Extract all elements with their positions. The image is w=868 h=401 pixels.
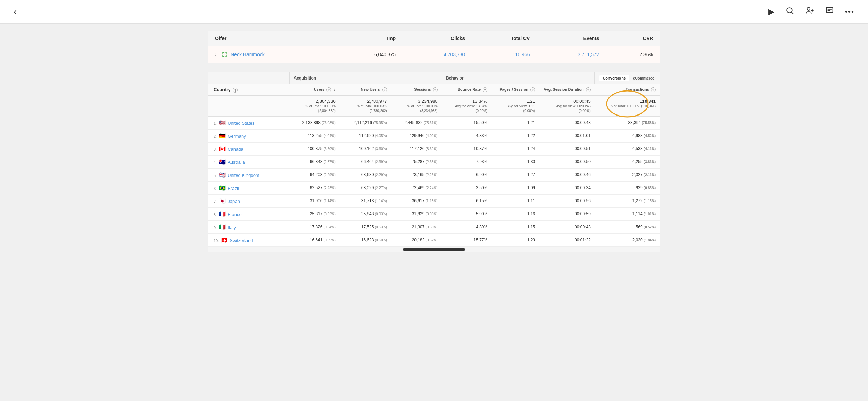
pages-session-cell: 1.21 [492, 116, 539, 129]
users-cell: 100,875 (3.60%) [289, 142, 340, 155]
sessions-sub-header: Sessions ? [391, 84, 442, 96]
totals-sessions-cell: 3,234,988 % of Total: 100.00% (3,234,988… [391, 96, 442, 117]
play-icon[interactable]: ▶ [768, 7, 774, 16]
offer-name-label[interactable]: Neck Hammock [231, 52, 265, 57]
flag-icon: 🇩🇪 [219, 133, 226, 139]
bounce-rate-sub-header: Bounce Rate ? [442, 84, 492, 96]
avg-session-cell: 00:01:01 [539, 129, 595, 142]
country-help-icon[interactable]: ? [233, 88, 238, 93]
users-cell: 66,348 (2.37%) [289, 155, 340, 168]
table-row: 1.🇺🇸United States2,133,898 (76.08%)2,112… [208, 116, 660, 129]
avg-session-cell: 00:00:46 [539, 168, 595, 181]
offer-total-cv-cell: 110,966 [472, 46, 537, 63]
offer-table-wrapper: Offer Imp Clicks Total CV Events CVR › N… [208, 31, 660, 63]
pages-session-help-icon[interactable]: ? [530, 87, 535, 92]
analytics-sub-header-row: Country ? Users ? ↓ New Users ? Sessions [208, 84, 660, 96]
avg-session-cell: 00:00:50 [539, 155, 595, 168]
country-link[interactable]: Italy [228, 225, 236, 230]
country-link[interactable]: Germany [228, 134, 246, 139]
new-users-help-icon[interactable]: ? [382, 87, 387, 92]
avg-session-sub-header: Avg. Session Duration ? [539, 84, 595, 96]
ecommerce-tab[interactable]: eCommerce [629, 75, 658, 81]
transactions-cell: 939 (0.85%) [595, 181, 660, 194]
chevron-right-icon: › [215, 52, 216, 57]
flag-icon: 🇮🇹 [219, 224, 226, 230]
row-number: 9. [214, 226, 217, 230]
flag-icon: 🇫🇷 [219, 211, 226, 217]
offer-events-cell: 3,711,572 [537, 46, 606, 63]
users-sort-icon[interactable]: ↓ [334, 87, 336, 92]
new-users-cell: 100,162 (3.60%) [340, 142, 391, 155]
row-number: 10. [214, 239, 219, 243]
new-users-cell: 17,525 (0.63%) [340, 220, 391, 233]
row-number: 4. [214, 160, 217, 165]
country-link[interactable]: Australia [228, 160, 245, 165]
country-link[interactable]: France [228, 212, 241, 217]
avg-session-cell: 00:00:43 [539, 116, 595, 129]
search-icon[interactable] [785, 6, 794, 17]
more-options-icon[interactable]: ••• [845, 8, 854, 16]
conversions-tab[interactable]: Conversions [599, 75, 629, 81]
table-row: 6.🇧🇷Brazil62,527 (2.23%)63,029 (2.27%)72… [208, 181, 660, 194]
totals-country-cell [208, 96, 289, 117]
behavior-group-header: Behavior [442, 72, 595, 84]
country-cell: 10.🇨🇭Switzerland [208, 233, 289, 246]
offer-events-value[interactable]: 3,711,572 [578, 52, 599, 57]
offer-clicks-cell: 4,703,730 [402, 46, 472, 63]
sessions-cell: 36,617 (1.13%) [391, 194, 442, 207]
total-cv-col-header: Total CV [472, 31, 537, 46]
add-user-icon[interactable] [805, 6, 814, 17]
table-row: 4.🇦🇺Australia66,348 (2.37%)66,464 (2.39%… [208, 155, 660, 168]
events-col-header: Events [537, 31, 606, 46]
totals-bounce-rate-cell: 13.34% Avg for View: 13.34% (0.00%) [442, 96, 492, 117]
row-number: 5. [214, 173, 217, 178]
users-cell: 64,203 (2.29%) [289, 168, 340, 181]
new-users-cell: 16,623 (0.60%) [340, 233, 391, 246]
users-help-icon[interactable]: ? [326, 87, 331, 92]
country-cell: 3.🇨🇦Canada [208, 142, 289, 155]
bounce-rate-help-icon[interactable]: ? [483, 87, 487, 92]
table-row: 2.🇩🇪Germany113,255 (4.04%)112,620 (4.05%… [208, 129, 660, 142]
scroll-bar[interactable] [403, 248, 465, 251]
avg-session-help-icon[interactable]: ? [586, 87, 591, 92]
transactions-cell: 1,114 (1.01%) [595, 207, 660, 220]
bounce-rate-cell: 10.87% [442, 142, 492, 155]
offer-total-cv-value[interactable]: 110,966 [513, 52, 530, 57]
status-circle-icon [222, 52, 227, 57]
transactions-help-icon[interactable]: ? [651, 87, 656, 92]
bounce-rate-cell: 4.39% [442, 220, 492, 233]
cvr-col-header: CVR [606, 31, 660, 46]
totals-avg-session-cell: 00:00:45 Avg for View: 00:00:45 (0.00%) [539, 96, 595, 117]
offer-name-cell[interactable]: › Neck Hammock [208, 46, 333, 63]
totals-users-cell: 2,804,330 % of Total: 100.00% (2,804,330… [289, 96, 340, 117]
pages-session-cell: 1.29 [492, 233, 539, 246]
bounce-rate-cell: 15.77% [442, 233, 492, 246]
users-cell: 31,906 (1.14%) [289, 194, 340, 207]
flag-icon: 🇧🇷 [219, 185, 226, 191]
avg-session-cell: 00:00:34 [539, 181, 595, 194]
sessions-help-icon[interactable]: ? [433, 87, 438, 92]
offer-clicks-value[interactable]: 4,703,730 [444, 52, 465, 57]
bounce-rate-cell: 3.50% [442, 181, 492, 194]
country-link[interactable]: United States [228, 121, 254, 126]
sessions-cell: 31,829 (0.98%) [391, 207, 442, 220]
sessions-cell: 20,182 (0.62%) [391, 233, 442, 246]
users-cell: 2,133,898 (76.08%) [289, 116, 340, 129]
new-users-cell: 2,112,216 (75.95%) [340, 116, 391, 129]
clicks-col-header: Clicks [402, 31, 472, 46]
sessions-cell: 21,307 (0.66%) [391, 220, 442, 233]
table-row: 5.🇬🇧United Kingdom64,203 (2.29%)63,680 (… [208, 168, 660, 181]
offer-table-row[interactable]: › Neck Hammock 6,040,375 4,703,730 110,9… [208, 46, 660, 63]
country-link[interactable]: Canada [228, 147, 243, 152]
table-row: 3.🇨🇦Canada100,875 (3.60%)100,162 (3.60%)… [208, 142, 660, 155]
comment-icon[interactable] [825, 6, 834, 17]
country-link[interactable]: Switzerland [230, 238, 253, 243]
users-cell: 62,527 (2.23%) [289, 181, 340, 194]
country-link[interactable]: Japan [228, 199, 240, 204]
sessions-cell: 75,287 (2.33%) [391, 155, 442, 168]
country-link[interactable]: Brazil [228, 186, 239, 191]
country-link[interactable]: United Kingdom [228, 173, 260, 178]
back-button[interactable]: ‹ [14, 6, 17, 17]
new-users-sub-header: New Users ? [340, 84, 391, 96]
new-users-cell: 112,620 (4.05%) [340, 129, 391, 142]
